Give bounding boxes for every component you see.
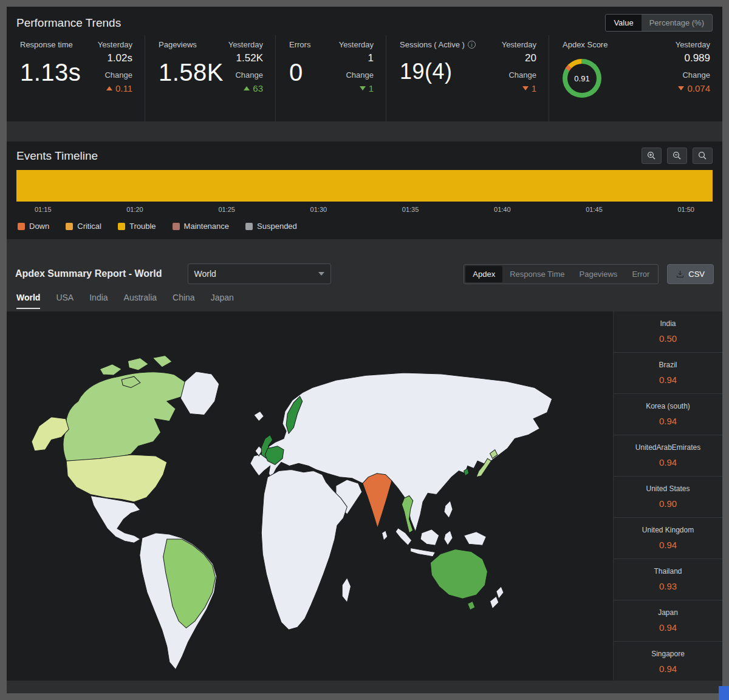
country-list-item[interactable]: Singapore0.94: [614, 642, 722, 681]
island-borneo[interactable]: [420, 529, 439, 546]
metric-card-apdex-score: Apdex Score0.91Yesterday0.989Change0.074: [549, 35, 722, 121]
country-list-item[interactable]: UnitedArabEmirates0.94: [614, 435, 722, 477]
metric-tab-pageviews[interactable]: Pageviews: [572, 266, 625, 282]
country-list-item[interactable]: United Kingdom0.94: [614, 518, 722, 559]
change-value: 1: [502, 83, 536, 93]
change-amount: 0.074: [687, 83, 710, 93]
region-dropdown-value: World: [194, 269, 216, 279]
csv-download-button[interactable]: CSV: [667, 264, 714, 284]
metric-yesterday-block: Yesterday1.02sChange0.11: [98, 40, 132, 121]
legend-label: Suspended: [257, 222, 297, 231]
time-label: 01:35: [402, 206, 419, 213]
apdex-gauge: 0.91: [563, 59, 601, 98]
timeline-event-bar[interactable]: [16, 170, 713, 202]
change-value: 0.11: [98, 83, 132, 93]
country-canada-island[interactable]: [100, 364, 122, 375]
apdex-report-title: Apdex Summary Report - World: [15, 268, 162, 279]
metric-yesterday-block: Yesterday20Change1: [502, 40, 536, 121]
country-mexico[interactable]: [91, 495, 140, 543]
timeline-legend: DownCriticalTroubleMaintenanceSuspended: [7, 216, 722, 237]
region-tab-usa[interactable]: USA: [56, 293, 74, 309]
zoom-in-icon[interactable]: [642, 148, 662, 164]
country-name: United States: [617, 484, 719, 493]
metric-tab-apdex[interactable]: Apdex: [465, 266, 502, 282]
performance-trends-panel: Performance Trends Value Percentage (%) …: [7, 7, 722, 121]
legend-item-down: Down: [18, 222, 49, 231]
country-australia[interactable]: [430, 549, 487, 599]
region-tab-japan[interactable]: Japan: [211, 293, 234, 309]
metric-label: Apdex Score: [563, 40, 608, 49]
country-new-zealand-south[interactable]: [490, 596, 499, 608]
time-label: 01:40: [494, 206, 511, 213]
country-india[interactable]: [363, 474, 392, 528]
region-dropdown[interactable]: World: [188, 263, 331, 284]
country-usa[interactable]: [66, 455, 167, 502]
country-sri-lanka[interactable]: [382, 531, 388, 540]
country-name: United Kingdom: [617, 526, 719, 534]
country-apdex-value: 0.93: [617, 581, 719, 591]
country-philippines[interactable]: [444, 501, 453, 518]
country-iceland[interactable]: [254, 411, 264, 421]
timeline-axis: 01:1501:2001:2501:3001:3501:4001:4501:50: [7, 202, 722, 216]
island-sulawesi[interactable]: [444, 531, 453, 546]
country-madagascar[interactable]: [342, 577, 351, 602]
arrow-up-icon: [106, 86, 112, 90]
country-list-item[interactable]: Japan0.94: [614, 600, 722, 642]
yesterday-value: 1: [339, 52, 374, 64]
metric-value: 1.58K: [159, 59, 224, 86]
country-name: India: [617, 319, 719, 328]
change-label: Change: [676, 70, 710, 80]
yesterday-label: Yesterday: [502, 40, 536, 49]
country-list-item[interactable]: Brazil0.94: [614, 353, 722, 394]
metric-card-pageviews: Pageviews1.58KYesterday1.52KChange63: [145, 35, 275, 121]
toggle-percentage[interactable]: Percentage (%): [642, 15, 712, 31]
yesterday-value: 20: [502, 52, 536, 64]
time-label: 01:15: [35, 206, 52, 213]
country-list-item[interactable]: India0.50: [614, 311, 722, 353]
region-tab-world[interactable]: World: [16, 293, 40, 309]
info-icon[interactable]: i: [468, 41, 476, 49]
country-new-zealand-north[interactable]: [496, 586, 504, 599]
apdex-map-panel: India0.50Brazil0.94Korea (south)0.94Unit…: [7, 311, 722, 681]
zoom-reset-icon[interactable]: [693, 148, 713, 164]
arrow-up-icon: [244, 86, 250, 90]
change-amount: 63: [253, 83, 263, 93]
country-greenland[interactable]: [180, 372, 219, 415]
country-list-item[interactable]: Thailand0.93: [614, 559, 722, 600]
country-list-item[interactable]: Korea (south)0.94: [614, 394, 722, 435]
region-tab-china[interactable]: China: [173, 293, 195, 309]
metric-card-response-time: Response time1.13sYesterday1.02sChange0.…: [7, 35, 145, 121]
metric-left: Apdex Score0.91: [563, 40, 608, 121]
metric-value: 1.13s: [20, 59, 81, 86]
feedback-widget[interactable]: [719, 686, 729, 700]
zoom-out-icon[interactable]: [667, 148, 687, 164]
region-tab-australia[interactable]: Australia: [124, 293, 157, 309]
legend-item-suspended: Suspended: [245, 222, 297, 231]
yesterday-label: Yesterday: [228, 40, 263, 49]
country-apdex-value: 0.94: [617, 622, 719, 633]
country-canada-island[interactable]: [152, 355, 172, 367]
country-canada-island[interactable]: [128, 358, 148, 370]
change-amount: 1: [369, 83, 374, 93]
legend-swatch: [118, 223, 125, 230]
change-label: Change: [502, 70, 536, 80]
country-apdex-value: 0.94: [617, 664, 719, 674]
apdex-report-header: Apdex Summary Report - World World Apdex…: [7, 263, 722, 284]
legend-label: Down: [29, 222, 49, 231]
country-apdex-value: 0.94: [617, 457, 719, 467]
metric-card-errors: Errors0Yesterday1Change1: [275, 35, 386, 121]
island-java[interactable]: [411, 548, 436, 556]
country-list-item[interactable]: United States0.90: [614, 477, 722, 518]
metric-tab-response-time[interactable]: Response Time: [502, 266, 572, 282]
toggle-value[interactable]: Value: [606, 15, 641, 31]
legend-item-trouble: Trouble: [118, 222, 156, 231]
country-tasmania[interactable]: [468, 601, 475, 610]
region-tab-india[interactable]: India: [89, 293, 108, 309]
time-label: 01:25: [218, 206, 235, 213]
metric-tab-error[interactable]: Error: [625, 266, 657, 282]
change-amount: 1: [532, 83, 536, 93]
continent-africa[interactable]: [261, 470, 347, 630]
metric-label: Response time: [20, 40, 81, 49]
country-name: UnitedArabEmirates: [617, 443, 719, 452]
island-new-guinea[interactable]: [464, 532, 487, 545]
